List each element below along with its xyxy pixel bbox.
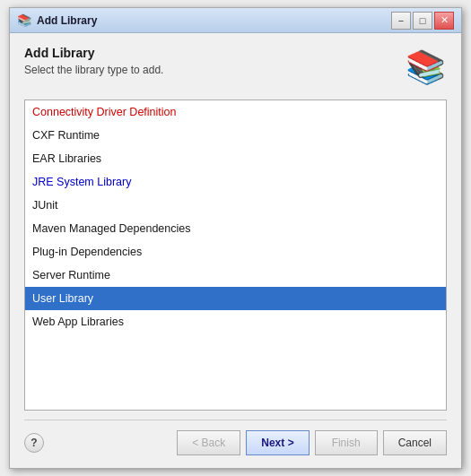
list-item[interactable]: CXF Runtime	[25, 124, 446, 147]
header-section: Add Library Select the library type to a…	[24, 46, 447, 89]
window-icon: 📚	[17, 13, 31, 28]
back-button[interactable]: < Back	[177, 430, 240, 455]
finish-button[interactable]: Finish	[315, 430, 378, 455]
minimize-button[interactable]: −	[391, 12, 411, 30]
list-item[interactable]: User Library	[25, 287, 446, 310]
header-icon: 📚	[404, 46, 447, 89]
help-button[interactable]: ?	[24, 433, 44, 453]
next-button[interactable]: Next >	[246, 430, 309, 455]
list-item[interactable]: EAR Libraries	[25, 147, 446, 170]
cancel-button[interactable]: Cancel	[383, 430, 447, 455]
maximize-button[interactable]: □	[413, 12, 432, 30]
title-bar-buttons: − □ ✕	[391, 12, 454, 30]
footer-buttons: < Back Next > Finish Cancel	[177, 430, 447, 455]
close-button[interactable]: ✕	[434, 12, 454, 30]
list-item[interactable]: JUnit	[25, 194, 446, 217]
title-bar: 📚 Add Library − □ ✕	[10, 8, 461, 33]
list-item[interactable]: Web App Libraries	[25, 310, 446, 333]
book-icon: 📚	[406, 48, 446, 86]
dialog-title: Add Library	[24, 46, 404, 60]
title-bar-left: 📚 Add Library	[17, 13, 97, 28]
footer-left: ?	[24, 433, 44, 453]
content-area: Add Library Select the library type to a…	[10, 33, 461, 468]
list-item[interactable]: Plug-in Dependencies	[25, 240, 446, 264]
header-text: Add Library Select the library type to a…	[24, 46, 404, 76]
library-list[interactable]: Connectivity Driver DefinitionCXF Runtim…	[24, 100, 447, 411]
dialog-subtitle: Select the library type to add.	[24, 64, 404, 76]
list-item[interactable]: Server Runtime	[25, 264, 446, 287]
list-item[interactable]: Connectivity Driver Definition	[25, 100, 446, 124]
list-item[interactable]: Maven Managed Dependencies	[25, 217, 446, 240]
add-library-window: 📚 Add Library − □ ✕ Add Library Select t…	[9, 7, 462, 469]
list-item[interactable]: JRE System Library	[25, 170, 446, 194]
window-title: Add Library	[37, 14, 97, 27]
footer-section: ? < Back Next > Finish Cancel	[24, 420, 447, 459]
